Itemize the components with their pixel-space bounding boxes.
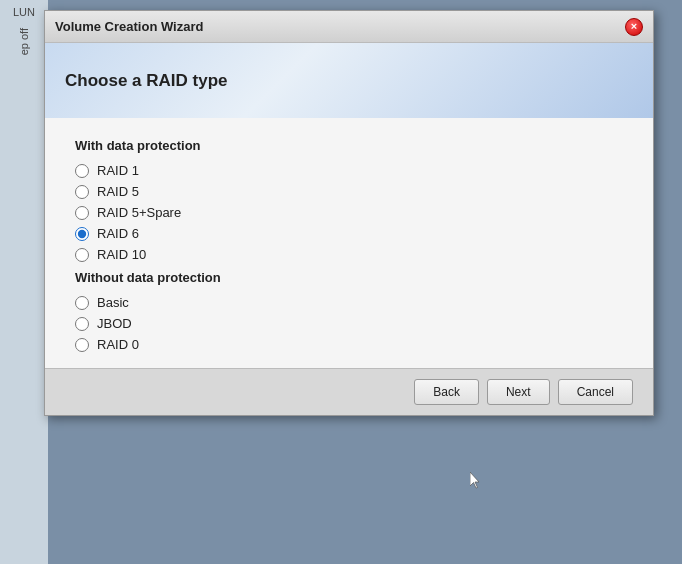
raid1-option[interactable]: RAID 1 bbox=[75, 163, 623, 178]
jbod-option[interactable]: JBOD bbox=[75, 316, 623, 331]
basic-option[interactable]: Basic bbox=[75, 295, 623, 310]
jbod-radio[interactable] bbox=[75, 317, 89, 331]
raid6-option[interactable]: RAID 6 bbox=[75, 226, 623, 241]
raid5spare-option[interactable]: RAID 5+Spare bbox=[75, 205, 623, 220]
raid5-radio[interactable] bbox=[75, 185, 89, 199]
raid5-option[interactable]: RAID 5 bbox=[75, 184, 623, 199]
protected-raid-options: RAID 1 RAID 5 RAID 5+Spare RAID 6 RAID 1… bbox=[75, 163, 623, 262]
raid0-label: RAID 0 bbox=[97, 337, 139, 352]
raid6-radio[interactable] bbox=[75, 227, 89, 241]
side-label: ep off bbox=[18, 28, 30, 55]
raid1-label: RAID 1 bbox=[97, 163, 139, 178]
raid5-label: RAID 5 bbox=[97, 184, 139, 199]
cancel-button[interactable]: Cancel bbox=[558, 379, 633, 405]
with-protection-label: With data protection bbox=[75, 138, 623, 153]
raid1-radio[interactable] bbox=[75, 164, 89, 178]
raid6-label: RAID 6 bbox=[97, 226, 139, 241]
raid5spare-radio[interactable] bbox=[75, 206, 89, 220]
raid10-label: RAID 10 bbox=[97, 247, 146, 262]
raid10-radio[interactable] bbox=[75, 248, 89, 262]
side-panel: LUN ep off bbox=[0, 0, 48, 564]
dialog-header-title: Choose a RAID type bbox=[65, 71, 227, 91]
unprotected-raid-options: Basic JBOD RAID 0 bbox=[75, 295, 623, 352]
back-button[interactable]: Back bbox=[414, 379, 479, 405]
raid5spare-label: RAID 5+Spare bbox=[97, 205, 181, 220]
raid10-option[interactable]: RAID 10 bbox=[75, 247, 623, 262]
mouse-cursor bbox=[470, 472, 482, 490]
next-button[interactable]: Next bbox=[487, 379, 550, 405]
without-protection-label: Without data protection bbox=[75, 270, 623, 285]
raid0-radio[interactable] bbox=[75, 338, 89, 352]
close-button[interactable]: × bbox=[625, 18, 643, 36]
dialog-titlebar: Volume Creation Wizard × bbox=[45, 11, 653, 43]
dialog-title: Volume Creation Wizard bbox=[55, 19, 203, 34]
raid0-option[interactable]: RAID 0 bbox=[75, 337, 623, 352]
basic-label: Basic bbox=[97, 295, 129, 310]
volume-creation-dialog: Volume Creation Wizard × Choose a RAID t… bbox=[44, 10, 654, 416]
dialog-header-banner: Choose a RAID type bbox=[45, 43, 653, 118]
basic-radio[interactable] bbox=[75, 296, 89, 310]
jbod-label: JBOD bbox=[97, 316, 132, 331]
lun-label: LUN bbox=[13, 6, 35, 18]
dialog-footer: Back Next Cancel bbox=[45, 368, 653, 415]
dialog-content: With data protection RAID 1 RAID 5 RAID … bbox=[45, 118, 653, 368]
